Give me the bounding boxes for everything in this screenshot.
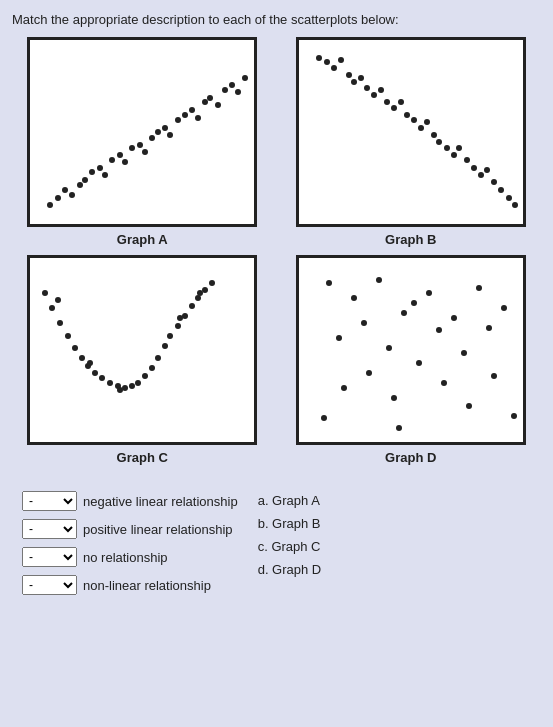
right-column: a. Graph A b. Graph B c. Graph C d. Grap… — [258, 491, 322, 577]
scatter-dot — [444, 145, 450, 151]
scatter-dot — [424, 119, 430, 125]
scatter-dot — [142, 373, 148, 379]
scatter-dot — [324, 59, 330, 65]
scatter-dot — [351, 295, 357, 301]
scatter-dot — [336, 335, 342, 341]
answer-a: a. Graph A — [258, 493, 322, 508]
scatter-dot — [401, 310, 407, 316]
scatter-dot — [338, 57, 344, 63]
scatter-dot — [411, 117, 417, 123]
scatter-dot — [102, 172, 108, 178]
scatter-dot — [466, 403, 472, 409]
scatter-dot — [167, 132, 173, 138]
scatter-dot — [441, 380, 447, 386]
graphs-container: Graph A Graph B Graph C Graph D — [12, 37, 541, 465]
graph-d-box — [296, 255, 526, 445]
select-positive[interactable]: - a b c d — [22, 519, 77, 539]
scatter-dot — [195, 115, 201, 121]
scatter-dot — [471, 165, 477, 171]
scatter-dot — [501, 305, 507, 311]
scatter-dot — [456, 145, 462, 151]
scatter-dot — [396, 425, 402, 431]
scatter-dot — [391, 105, 397, 111]
match-row-negative: - a b c d negative linear relationship — [22, 491, 238, 511]
select-nonlinear[interactable]: - a b c d — [22, 575, 77, 595]
scatter-dot — [149, 365, 155, 371]
scatter-dot — [404, 112, 410, 118]
scatter-dot — [222, 87, 228, 93]
scatter-dot — [361, 320, 367, 326]
graph-a-box — [27, 37, 257, 227]
scatter-dot — [175, 323, 181, 329]
scatter-dot — [69, 192, 75, 198]
scatter-dot — [149, 135, 155, 141]
scatter-dot — [511, 413, 517, 419]
graph-d-cell: Graph D — [281, 255, 542, 465]
scatter-dot — [162, 343, 168, 349]
scatter-dot — [89, 169, 95, 175]
scatter-dot — [235, 89, 241, 95]
scatter-dot — [129, 145, 135, 151]
scatter-dot — [97, 165, 103, 171]
scatter-dot — [209, 280, 215, 286]
scatter-dot — [378, 87, 384, 93]
scatter-dot — [451, 152, 457, 158]
scatter-dot — [351, 79, 357, 85]
scatter-dot — [135, 380, 141, 386]
graph-a-cell: Graph A — [12, 37, 273, 247]
answer-d: d. Graph D — [258, 562, 322, 577]
scatter-dot — [461, 350, 467, 356]
graph-d-label: Graph D — [385, 450, 436, 465]
scatter-dot — [398, 99, 404, 105]
label-positive: positive linear relationship — [83, 522, 233, 537]
scatter-dot — [122, 159, 128, 165]
scatter-dot — [82, 177, 88, 183]
scatter-dot — [506, 195, 512, 201]
scatter-dot — [498, 187, 504, 193]
scatter-dot — [486, 325, 492, 331]
select-negative[interactable]: - a b c d — [22, 491, 77, 511]
scatter-dot — [155, 129, 161, 135]
scatter-dot — [79, 355, 85, 361]
answer-b: b. Graph B — [258, 516, 322, 531]
scatter-dot — [376, 277, 382, 283]
scatter-dot — [321, 415, 327, 421]
graph-a-label: Graph A — [117, 232, 168, 247]
scatter-dot — [109, 157, 115, 163]
scatter-dot — [207, 95, 213, 101]
scatter-dot — [364, 85, 370, 91]
label-no: no relationship — [83, 550, 168, 565]
graph-c-box — [27, 255, 257, 445]
scatter-dot — [55, 195, 61, 201]
scatter-dot — [182, 112, 188, 118]
left-column: - a b c d negative linear relationship -… — [22, 491, 238, 595]
answer-c: c. Graph C — [258, 539, 322, 554]
scatter-dot — [72, 345, 78, 351]
label-nonlinear: non-linear relationship — [83, 578, 211, 593]
scatter-dot — [491, 373, 497, 379]
scatter-dot — [215, 102, 221, 108]
scatter-dot — [426, 290, 432, 296]
scatter-dot — [129, 383, 135, 389]
scatter-dot — [137, 142, 143, 148]
scatter-dot — [49, 305, 55, 311]
graph-b-box — [296, 37, 526, 227]
scatter-dot — [346, 72, 352, 78]
scatter-dot — [341, 385, 347, 391]
scatter-dot — [371, 92, 377, 98]
scatter-dot — [197, 290, 203, 296]
label-negative: negative linear relationship — [83, 494, 238, 509]
scatter-dot — [87, 360, 93, 366]
scatter-dot — [47, 202, 53, 208]
scatter-dot — [117, 152, 123, 158]
scatter-dot — [107, 380, 113, 386]
scatter-dot — [436, 139, 442, 145]
scatter-dot — [386, 345, 392, 351]
match-row-no: - a b c d no relationship — [22, 547, 238, 567]
select-no[interactable]: - a b c d — [22, 547, 77, 567]
scatter-dot — [175, 117, 181, 123]
scatter-dot — [358, 75, 364, 81]
instruction-text: Match the appropriate description to eac… — [12, 12, 541, 27]
scatter-dot — [411, 300, 417, 306]
scatter-dot — [464, 157, 470, 163]
